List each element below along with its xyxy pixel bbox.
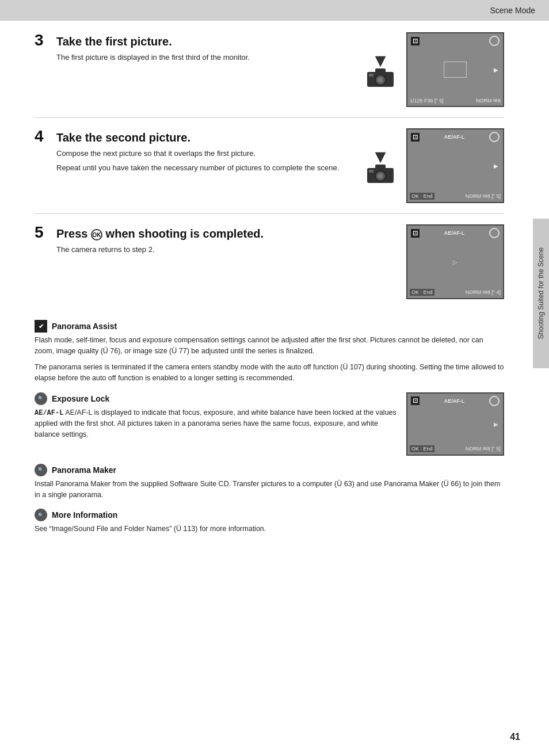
- ok-button-icon: OK: [91, 229, 102, 240]
- svg-rect-9: [369, 170, 373, 173]
- cam-circle-4: [489, 132, 500, 142]
- camera-icon-4: [366, 163, 395, 184]
- step-5-body: The camera returns to step 2.: [56, 244, 359, 255]
- step-4-section: 4 Take the second picture. Compose the n…: [35, 128, 504, 214]
- step-4-title: Take the second picture.: [56, 131, 190, 144]
- step-4-header: 4 Take the second picture.: [35, 128, 354, 144]
- cam-shutter-3: 1/125 F36 [" 5]: [410, 98, 444, 104]
- cam-ok-4: OK : End: [410, 193, 434, 200]
- step-3-header: 3 Take the first picture.: [35, 32, 354, 48]
- exposure-lock-section: 🔍 Exposure Lock AE/AF-L AE/AF-L is displ…: [35, 392, 504, 456]
- side-tab-label: Shooting Suited for the Scene: [537, 247, 545, 339]
- cam-norm-3: NORM ✉8: [476, 98, 501, 104]
- cam-bottom-bar-exp: OK : End NORM ✉8 [" 5]: [410, 445, 501, 452]
- cam-bottom-bar-3: 1/125 F36 [" 5] NORM ✉8: [410, 98, 501, 104]
- cam-overlay-exp: ⊡ AE/AF-L ▶ OK : End NORM ✉8 [" 5]: [407, 394, 503, 455]
- cam-circle-3: [489, 36, 500, 46]
- panorama-assist-header: ✔ Panorama Assist: [35, 320, 504, 333]
- step-3-body: The first picture is displayed in the fi…: [56, 52, 354, 63]
- cam-norm-5: NORM ✉8 [" 4]: [466, 289, 501, 295]
- svg-point-8: [378, 173, 383, 179]
- step-5-number: 5: [35, 224, 51, 240]
- step-5-header: 5 Press OK when shooting is completed.: [35, 224, 359, 240]
- cam-right-arrow-4: ▶: [494, 163, 498, 169]
- step-3-title: Take the first picture.: [56, 35, 172, 48]
- cam-h-icon-3: ⊡: [411, 37, 420, 45]
- step-5-left: 5 Press OK when shooting is completed. T…: [35, 224, 371, 258]
- svg-rect-4: [369, 74, 373, 77]
- more-info-body: See “Image/Sound File and Folder Names” …: [35, 524, 504, 534]
- camera-screen-4: ⊡ AE/AF-L ▶ OK : End NORM ✉8 [" 5]: [406, 128, 504, 203]
- cam-top-bar-5: ⊡ AE/AF-L: [411, 228, 500, 238]
- page: Scene Mode Shooting Suited for the Scene…: [0, 0, 549, 756]
- cam-h-icon-5: ⊡: [411, 229, 420, 238]
- aeafl-display: AE/AF-L: [35, 409, 63, 417]
- exposure-lock-icon: 🔍: [35, 392, 47, 405]
- camera-icon: [366, 67, 395, 88]
- panorama-maker-icon: 🔍: [35, 464, 47, 476]
- cam-top-bar-4: ⊡ AE/AF-L: [411, 132, 500, 142]
- panorama-maker-title: Panorama Maker: [52, 465, 116, 475]
- panorama-assist-body1: Flash mode, self-timer, focus and exposu…: [35, 335, 504, 357]
- header-bar: Scene Mode: [0, 0, 549, 21]
- cam-ok-5: OK : End: [410, 289, 434, 296]
- cam-overlay-5: ⊡ AE/AF-L ▷ OK : End NORM ✉8 [" 4]: [407, 226, 503, 298]
- more-info-title: More Information: [52, 510, 117, 520]
- cam-center-arrow-5: ▷: [453, 259, 458, 265]
- camera-screen-3: ⊡ ▶ 1/125 F36 [" 5] NORM ✉8: [406, 32, 504, 107]
- step-3-number: 3: [35, 32, 51, 48]
- step-5-title: Press OK when shooting is completed.: [56, 227, 264, 240]
- cam-top-bar-3: ⊡: [411, 36, 500, 46]
- step-4-arrow: ▼: [366, 147, 395, 184]
- cam-circle-exp: [489, 396, 500, 406]
- side-tab: Shooting Suited for the Scene: [533, 219, 549, 368]
- panorama-assist-icon: ✔: [35, 320, 47, 333]
- cam-circle-5: [489, 228, 500, 238]
- cam-right-arrow-exp: ▶: [494, 421, 498, 427]
- cam-aeafl-5: AE/AF-L: [444, 230, 465, 236]
- panorama-assist-section: ✔ Panorama Assist Flash mode, self-timer…: [35, 320, 504, 384]
- panorama-maker-section: 🔍 Panorama Maker Install Panorama Maker …: [35, 464, 504, 501]
- main-content: 3 Take the first picture. The first pict…: [0, 21, 533, 560]
- camera-screen-5: ⊡ AE/AF-L ▷ OK : End NORM ✉8 [" 4]: [406, 224, 504, 299]
- cam-h-icon-4: ⊡: [411, 133, 420, 142]
- header-title: Scene Mode: [490, 6, 535, 15]
- cam-top-bar-exp: ⊡ AE/AF-L: [411, 396, 500, 406]
- panorama-assist-body2: The panorama series is terminated if the…: [35, 362, 504, 384]
- step-4-number: 4: [35, 128, 51, 144]
- page-number: 41: [510, 732, 520, 742]
- step-5-right: ⊡ AE/AF-L ▷ OK : End NORM ✉8 [" 4]: [371, 224, 504, 299]
- cam-overlay-4: ⊡ AE/AF-L ▶ OK : End NORM ✉8 [" 5]: [407, 129, 503, 202]
- exposure-lock-title: Exposure Lock: [52, 394, 109, 403]
- exposure-lock-left: 🔍 Exposure Lock AE/AF-L AE/AF-L is displ…: [35, 392, 397, 445]
- cam-aeafl-4: AE/AF-L: [444, 134, 465, 140]
- step-3-section: 3 Take the first picture. The first pict…: [35, 32, 504, 118]
- step-3-right: ▼ ⊡: [366, 32, 504, 107]
- more-info-header: 🔍 More Information: [35, 509, 504, 521]
- cam-bottom-bar-4: OK : End NORM ✉8 [" 5]: [410, 193, 501, 200]
- exposure-lock-header: 🔍 Exposure Lock: [35, 392, 397, 405]
- step-4-body: Compose the next picture so that it over…: [56, 148, 354, 173]
- cam-bracket-3: [444, 62, 467, 78]
- step-5-section: 5 Press OK when shooting is completed. T…: [35, 224, 504, 310]
- panorama-assist-title: Panorama Assist: [52, 322, 117, 331]
- more-info-icon: 🔍: [35, 509, 47, 521]
- step-4-right: ▼ ⊡ AE/AF-L: [366, 128, 504, 203]
- cam-aeafl-exp: AE/AF-L: [444, 398, 465, 404]
- cam-ok-exp: OK : End: [410, 445, 434, 452]
- svg-point-3: [378, 77, 383, 83]
- step-3-left: 3 Take the first picture. The first pict…: [35, 32, 366, 66]
- cam-bottom-bar-5: OK : End NORM ✉8 [" 4]: [410, 289, 501, 296]
- cam-overlay-3: ⊡ ▶ 1/125 F36 [" 5] NORM ✉8: [407, 33, 503, 106]
- exposure-lock-body: AE/AF-L AE/AF-L is displayed to indicate…: [35, 407, 397, 441]
- camera-screen-exp: ⊡ AE/AF-L ▶ OK : End NORM ✉8 [" 5]: [406, 392, 504, 456]
- more-info-section: 🔍 More Information See “Image/Sound File…: [35, 509, 504, 534]
- svg-rect-1: [375, 68, 386, 73]
- panorama-maker-body: Install Panorama Maker from the supplied…: [35, 479, 504, 501]
- svg-rect-6: [375, 165, 386, 169]
- cam-h-icon-exp: ⊡: [411, 396, 420, 405]
- step-3-arrow: ▼: [366, 51, 395, 88]
- step-4-left: 4 Take the second picture. Compose the n…: [35, 128, 366, 176]
- panorama-maker-header: 🔍 Panorama Maker: [35, 464, 504, 476]
- cam-norm-exp: NORM ✉8 [" 5]: [466, 446, 501, 452]
